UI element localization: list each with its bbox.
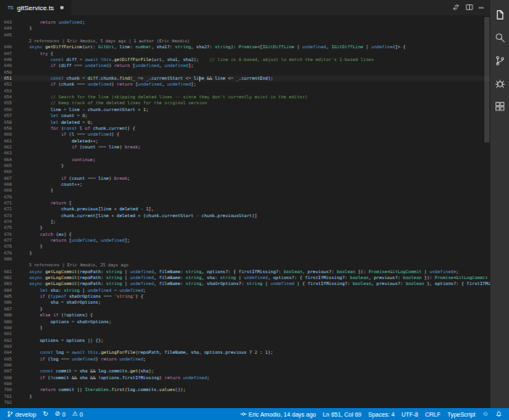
status-branch[interactable]: develop: [3, 408, 40, 420]
line-number[interactable]: 692: [0, 338, 19, 344]
line-number[interactable]: 668: [0, 182, 19, 188]
line-number[interactable]: 684: [0, 288, 19, 294]
line-number[interactable]: 647: [0, 51, 19, 57]
line-number[interactable]: 643: [0, 20, 19, 25]
code-line[interactable]: 681 async getLogCommit(repoPath: string …: [0, 269, 490, 275]
code-line[interactable]: 651 const chunk = diff.chunks.find(_ => …: [0, 76, 490, 81]
code-line[interactable]: 693: [0, 344, 490, 350]
line-number[interactable]: 687: [0, 306, 19, 312]
line-number[interactable]: 697: [0, 368, 19, 374]
line-number[interactable]: 695: [0, 356, 19, 362]
line-number[interactable]: 671: [0, 200, 19, 206]
code-line[interactable]: 644 }: [0, 25, 490, 31]
code-line[interactable]: 670: [0, 194, 490, 200]
line-number[interactable]: 652: [0, 81, 19, 87]
code-line[interactable]: 656 line = line - chunk.currentStart + 1…: [0, 107, 490, 113]
code-line[interactable]: 702: [0, 400, 490, 406]
code-line[interactable]: 667 if (count === line) break;: [0, 176, 490, 182]
code-line[interactable]: 666: [0, 169, 490, 175]
line-number[interactable]: 688: [0, 312, 19, 318]
line-number[interactable]: 698: [0, 375, 19, 381]
codelens[interactable]: 3 references | Eric Amodio, 25 days ago: [0, 262, 490, 268]
code-line[interactable]: 677 return [undefined, undefined];: [0, 238, 490, 244]
status-eol[interactable]: CRLF: [422, 408, 444, 420]
activity-bar-item-source-control[interactable]: [490, 50, 509, 73]
status-errors[interactable]: ⊘0: [52, 408, 69, 420]
code-line[interactable]: 679 }: [0, 250, 490, 256]
line-number[interactable]: 674: [0, 219, 19, 225]
status-warnings[interactable]: ⚠0: [69, 408, 87, 420]
code-line[interactable]: 664 continue;: [0, 157, 490, 163]
status-blame[interactable]: Eric Amodio, 14 days ago: [237, 408, 319, 420]
status-indentation[interactable]: Spaces: 4: [365, 408, 398, 420]
code-line[interactable]: 698 if (!commit && sha && !options.first…: [0, 375, 490, 381]
line-number[interactable]: 655: [0, 100, 19, 106]
code-line[interactable]: 652 if (chunk === undefined) return [und…: [0, 81, 490, 87]
code-line[interactable]: 688 else if (!options) {: [0, 312, 490, 318]
line-number[interactable]: 666: [0, 169, 19, 175]
code-line[interactable]: 668 count++;: [0, 182, 490, 188]
code-line[interactable]: 696: [0, 362, 490, 368]
code-line[interactable]: 689 options = shaOrOptions;: [0, 319, 490, 325]
activity-bar-item-extensions[interactable]: [490, 96, 509, 119]
line-number[interactable]: 661: [0, 138, 19, 144]
code-line[interactable]: 673 chunk.current[line + deleted + (chun…: [0, 213, 490, 219]
line-number[interactable]: 691: [0, 331, 19, 337]
scrollbar-thumb[interactable]: [484, 17, 489, 143]
line-number[interactable]: 677: [0, 238, 19, 244]
code-line[interactable]: 650: [0, 70, 490, 76]
line-number[interactable]: 690: [0, 325, 19, 331]
code-line[interactable]: 682 async getLogCommit(repoPath: string …: [0, 275, 490, 281]
line-number[interactable]: 682: [0, 275, 19, 281]
status-notifications[interactable]: [492, 408, 506, 420]
line-number[interactable]: 659: [0, 126, 19, 132]
line-number[interactable]: 673: [0, 213, 19, 219]
line-number[interactable]: 701: [0, 394, 19, 400]
line-number[interactable]: 679: [0, 250, 19, 256]
line-number[interactable]: 683: [0, 281, 19, 287]
editor-scrollbar[interactable]: [484, 15, 490, 408]
code-line[interactable]: 678 }: [0, 244, 490, 249]
line-number[interactable]: 658: [0, 120, 19, 126]
more-actions-button[interactable]: ⋯: [479, 3, 484, 12]
line-number[interactable]: 653: [0, 88, 19, 94]
code-line[interactable]: 655 // Keep track of the deleted lines f…: [0, 100, 490, 106]
split-editor-button[interactable]: [466, 3, 473, 13]
code-line[interactable]: 643 return undefined;: [0, 20, 490, 25]
line-number[interactable]: 646: [0, 44, 19, 50]
code-line[interactable]: 697 const commit = sha && log.commits.ge…: [0, 368, 490, 374]
status-sync[interactable]: ↻: [40, 408, 52, 420]
status-feedback[interactable]: ☺: [478, 408, 492, 420]
line-number[interactable]: 649: [0, 63, 19, 69]
modified-indicator-icon[interactable]: [60, 6, 64, 9]
code-line[interactable]: 658 let deleted = 0;: [0, 120, 490, 126]
line-number[interactable]: 699: [0, 381, 19, 387]
line-number[interactable]: 696: [0, 362, 19, 368]
line-number[interactable]: 665: [0, 163, 19, 169]
code-line[interactable]: 665 }: [0, 163, 490, 169]
code-line[interactable]: 686 sha = shaOrOptions;: [0, 300, 490, 305]
code-line[interactable]: 660 if (l === undefined) {: [0, 132, 490, 137]
line-number[interactable]: 670: [0, 194, 19, 200]
code-line[interactable]: 690 }: [0, 325, 490, 331]
line-number[interactable]: 663: [0, 150, 19, 156]
code-line[interactable]: 647 try {: [0, 51, 490, 57]
line-number[interactable]: 654: [0, 94, 19, 100]
code-line[interactable]: 692 options = options || {};: [0, 338, 490, 344]
line-number[interactable]: 675: [0, 225, 19, 231]
line-number[interactable]: 680: [0, 256, 19, 262]
line-number[interactable]: 685: [0, 294, 19, 300]
code-line[interactable]: 671 return [: [0, 200, 490, 206]
open-changes-button[interactable]: [452, 3, 460, 13]
code-line[interactable]: 646 async getDiffForLine(uri: GitUri, li…: [0, 44, 490, 50]
code-line[interactable]: 659 for (const l of chunk.current) {: [0, 126, 490, 132]
line-number[interactable]: 694: [0, 350, 19, 356]
code-line[interactable]: 661 deleted++;: [0, 138, 490, 144]
line-number[interactable]: 650: [0, 70, 19, 76]
line-number[interactable]: 678: [0, 244, 19, 249]
line-number[interactable]: 689: [0, 319, 19, 325]
line-number[interactable]: 664: [0, 157, 19, 163]
line-number[interactable]: 681: [0, 269, 19, 275]
code-line[interactable]: 649 if (diff === undefined) return [unde…: [0, 63, 490, 69]
line-number[interactable]: 662: [0, 144, 19, 150]
